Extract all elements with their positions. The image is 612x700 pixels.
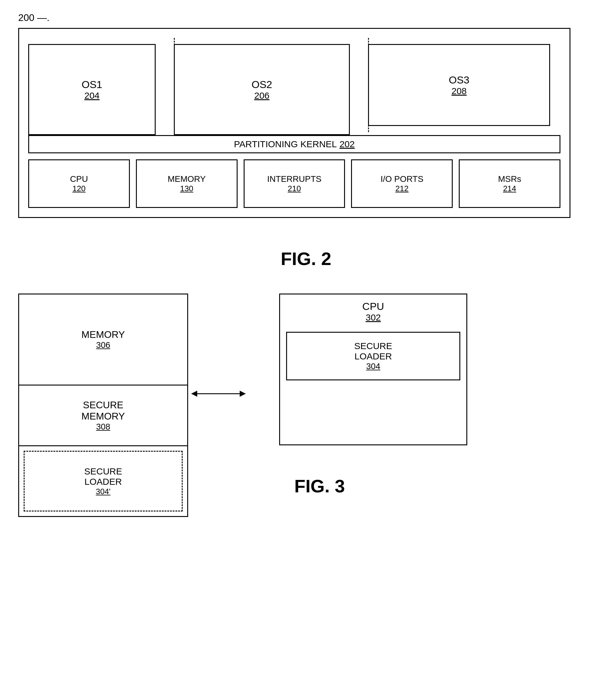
fig3-secure-memory-label: SECUREMEMORY <box>81 399 125 422</box>
interrupts-box: INTERRUPTS 210 <box>244 159 345 208</box>
os3-box: OS3 208 <box>368 44 550 126</box>
memory-num: 130 <box>180 184 193 193</box>
fig2-caption: FIG. 2 <box>18 248 594 269</box>
interrupts-label: INTERRUPTS <box>267 174 322 184</box>
fig3-secure-loader-inner-box: SECURELOADER 304 <box>286 332 460 380</box>
fig2-os-row: OS1 204 OS2 206 OS3 208 <box>28 38 560 141</box>
cpu-label: CPU <box>70 174 88 184</box>
msrs-box: MSRs 214 <box>459 159 560 208</box>
fig3-secure-loader-dashed-num: 304' <box>96 487 110 496</box>
memory-label: MEMORY <box>167 174 206 184</box>
fig3-arrow <box>188 388 249 400</box>
fig3-cpu-outer-box: CPU 302 SECURELOADER 304 <box>279 293 467 445</box>
io-ports-num: 212 <box>395 184 408 193</box>
os3-title: OS3 <box>449 74 469 86</box>
cpu-box: CPU 120 <box>28 159 130 208</box>
svg-marker-1 <box>191 391 197 397</box>
fig3-secure-loader-inner-label: SECURELOADER <box>354 341 392 361</box>
io-ports-box: I/O PORTS 212 <box>351 159 453 208</box>
fig3-secure-memory-num: 308 <box>96 422 110 432</box>
fig3-cpu-title-row: CPU 302 <box>362 301 384 323</box>
os1-box: OS1 204 <box>28 44 156 135</box>
cpu-num: 120 <box>72 184 86 193</box>
svg-marker-2 <box>240 391 246 397</box>
fig3-memory-lower: SECUREMEMORY 308 SECURELOADER 304' <box>19 385 187 516</box>
fig3-secure-loader-dashed: SECURELOADER 304' <box>24 451 183 511</box>
msrs-num: 214 <box>503 184 516 193</box>
io-ports-label: I/O PORTS <box>380 174 423 184</box>
fig3-memory-upper: MEMORY 306 <box>19 294 187 385</box>
os1-title: OS1 <box>82 79 102 91</box>
interrupts-num: 210 <box>288 184 301 193</box>
fig3-container: MEMORY 306 SECUREMEMORY 308 SECURELOADER… <box>18 293 594 517</box>
os2-title: OS2 <box>252 79 272 91</box>
fig3-cpu-num: 302 <box>366 312 381 323</box>
fig3-secure-loader-inner-num: 304 <box>366 361 380 371</box>
fig3-memory-label: MEMORY <box>81 329 125 340</box>
fig2-bottom-row: CPU 120 MEMORY 130 INTERRUPTS 210 I/O PO… <box>28 159 560 208</box>
fig3-caption: FIG. 3 <box>294 476 467 497</box>
fig3-secure-memory-section: SECUREMEMORY 308 <box>19 385 187 446</box>
fig2-ref-label: 200 —. <box>18 12 594 23</box>
fig2-outer-box: OS1 204 OS2 206 OS3 208 PARTITIONING KER… <box>18 28 570 218</box>
os2-box: OS2 206 <box>174 44 350 135</box>
os3-num: 208 <box>451 86 467 96</box>
fig3-cpu-label: CPU <box>362 301 384 312</box>
fig3-memory-outer: MEMORY 306 SECUREMEMORY 308 SECURELOADER… <box>18 293 188 517</box>
msrs-label: MSRs <box>498 174 521 184</box>
bidir-arrow-svg <box>188 388 249 400</box>
os2-num: 206 <box>254 91 269 101</box>
fig3-right: CPU 302 SECURELOADER 304 FIG. 3 <box>279 293 467 497</box>
os1-num: 204 <box>84 91 99 101</box>
fig3-secure-loader-dashed-label: SECURELOADER <box>84 466 122 487</box>
memory-box: MEMORY 130 <box>136 159 238 208</box>
fig3-memory-num: 306 <box>96 340 110 350</box>
